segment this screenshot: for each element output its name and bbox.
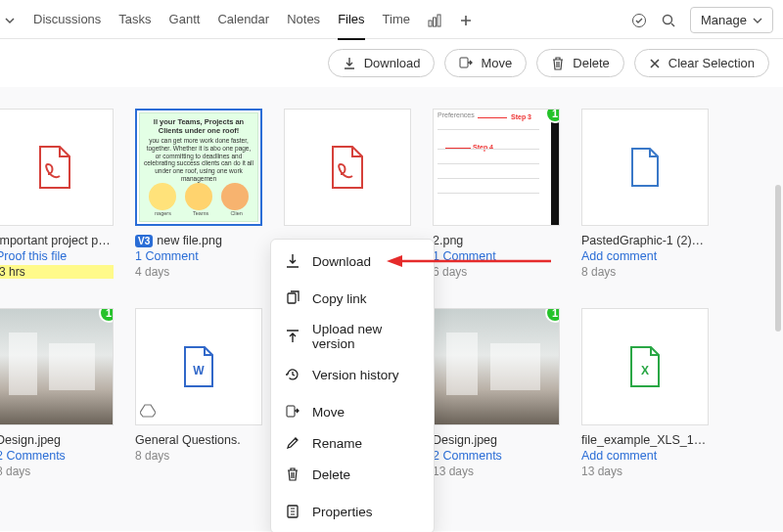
file-thumb[interactable]: W bbox=[135, 308, 262, 425]
ctx-label: Copy link bbox=[312, 291, 367, 306]
scrollbar[interactable] bbox=[775, 185, 781, 332]
svg-rect-1 bbox=[433, 18, 436, 26]
download-icon bbox=[285, 253, 300, 269]
ctx-label: Download bbox=[312, 254, 371, 269]
file-card[interactable]: PastedGraphic-1 (2)… Add comment 8 days bbox=[581, 109, 709, 279]
file-card[interactable]: 1 Design.jpeg 2 Comments 13 days bbox=[433, 308, 560, 478]
close-icon bbox=[649, 58, 661, 69]
trash-icon bbox=[551, 57, 565, 70]
tab-tasks[interactable]: Tasks bbox=[118, 8, 151, 32]
file-card[interactable]: 1 Design.jpeg 2 Comments 8 days bbox=[0, 308, 114, 478]
delete-label: Delete bbox=[573, 56, 610, 70]
svg-rect-9 bbox=[287, 406, 295, 417]
manage-label: Manage bbox=[701, 13, 747, 27]
download-label: Download bbox=[364, 56, 421, 70]
report-icon[interactable] bbox=[428, 14, 441, 27]
svg-text:X: X bbox=[641, 364, 649, 377]
ctx-version-history[interactable]: Version history bbox=[271, 359, 434, 390]
file-thumb[interactable] bbox=[0, 109, 114, 226]
ctx-rename[interactable]: Rename bbox=[271, 427, 434, 459]
action-bar: Download Move Delete Clear Selection bbox=[0, 39, 783, 87]
file-name: new file.png bbox=[157, 234, 222, 247]
gdrive-icon bbox=[140, 404, 156, 421]
file-thumb[interactable]: 1 bbox=[433, 308, 560, 425]
file-card[interactable]: W General Questions. 8 days bbox=[135, 308, 262, 478]
file-thumb[interactable]: 1 bbox=[0, 308, 114, 425]
pdf-icon bbox=[329, 145, 366, 190]
file-card[interactable]: Important project p… Proof this file 3 h… bbox=[0, 109, 114, 279]
pencil-icon bbox=[285, 435, 300, 451]
upload-icon bbox=[285, 329, 300, 344]
comment-link[interactable]: 1 Comment bbox=[433, 249, 560, 263]
ctx-move[interactable]: Move bbox=[271, 396, 434, 427]
file-name: Design.jpeg bbox=[0, 433, 114, 447]
svg-rect-0 bbox=[429, 21, 432, 26]
delete-button[interactable]: Delete bbox=[536, 49, 624, 77]
move-icon bbox=[285, 404, 300, 420]
file-age: 8 days bbox=[135, 449, 262, 463]
properties-icon bbox=[285, 504, 300, 519]
tab-gantt[interactable]: Gantt bbox=[169, 8, 201, 32]
ctx-delete[interactable]: Delete bbox=[271, 459, 434, 490]
clear-selection-button[interactable]: Clear Selection bbox=[634, 49, 769, 77]
file-card[interactable]: X file_example_XLS_1… Add comment 13 day… bbox=[581, 308, 709, 478]
history-icon bbox=[285, 367, 300, 382]
add-comment-link[interactable]: Add comment bbox=[581, 249, 709, 263]
file-thumb[interactable]: X bbox=[581, 308, 709, 425]
file-age: 6 days bbox=[433, 265, 560, 279]
image-preview: Preferences Step 3 Step 4 bbox=[434, 110, 559, 225]
move-icon bbox=[459, 57, 473, 70]
add-tab-icon[interactable] bbox=[459, 14, 473, 27]
svg-point-4 bbox=[664, 15, 672, 23]
comment-link[interactable]: 2 Comments bbox=[0, 449, 114, 463]
search-icon[interactable] bbox=[661, 13, 676, 28]
file-name: General Questions. bbox=[135, 433, 262, 447]
clear-label: Clear Selection bbox=[668, 56, 755, 70]
ctx-download[interactable]: Download bbox=[271, 245, 434, 277]
file-thumb[interactable]: Preferences Step 3 Step 4 1 bbox=[433, 109, 560, 226]
file-age: 4 days bbox=[135, 265, 262, 279]
comment-link[interactable]: 1 Comment bbox=[135, 249, 262, 263]
proof-link[interactable]: Proof this file bbox=[0, 249, 114, 263]
svg-rect-2 bbox=[438, 15, 440, 26]
image-preview bbox=[0, 309, 113, 424]
file-age: 8 days bbox=[0, 465, 114, 478]
tab-discussions[interactable]: Discussions bbox=[33, 8, 101, 32]
comment-link[interactable]: 2 Comments bbox=[433, 449, 560, 463]
file-name: Important project p… bbox=[0, 234, 114, 247]
ctx-upload-version[interactable]: Upload new version bbox=[271, 314, 434, 359]
file-name: file_example_XLS_1… bbox=[581, 433, 709, 447]
context-menu: Download Copy link Upload new version Ve… bbox=[270, 239, 435, 532]
file-age: 13 days bbox=[581, 465, 709, 478]
tab-files[interactable]: Files bbox=[338, 8, 364, 32]
file-thumb[interactable]: ll your Teams, Projects an Clients under… bbox=[135, 109, 262, 226]
svg-text:W: W bbox=[193, 364, 205, 377]
download-icon bbox=[343, 57, 356, 70]
add-comment-link[interactable]: Add comment bbox=[581, 449, 709, 463]
file-age: 3 hrs bbox=[0, 265, 114, 279]
document-icon bbox=[628, 147, 662, 188]
file-thumb[interactable] bbox=[581, 109, 709, 226]
top-nav: Discussions Tasks Gantt Calendar Notes F… bbox=[0, 0, 783, 39]
nav-tabs: Discussions Tasks Gantt Calendar Notes F… bbox=[0, 8, 473, 32]
xls-icon: X bbox=[627, 345, 663, 388]
image-preview: ll your Teams, Projects an Clients under… bbox=[139, 112, 258, 222]
chevron-down-icon[interactable] bbox=[4, 15, 16, 26]
file-age: 13 days bbox=[433, 465, 560, 478]
ctx-copy-link[interactable]: Copy link bbox=[271, 283, 434, 314]
file-thumb[interactable] bbox=[284, 109, 411, 226]
image-preview bbox=[434, 309, 559, 424]
ctx-properties[interactable]: Properties bbox=[271, 496, 434, 527]
tab-notes[interactable]: Notes bbox=[287, 8, 320, 32]
trash-icon bbox=[285, 466, 300, 482]
tab-time[interactable]: Time bbox=[383, 8, 410, 32]
pdf-icon bbox=[36, 145, 73, 190]
file-card[interactable]: ll your Teams, Projects an Clients under… bbox=[135, 109, 262, 279]
move-button[interactable]: Move bbox=[444, 49, 527, 77]
ctx-label: Move bbox=[312, 405, 345, 420]
file-card[interactable]: Preferences Step 3 Step 4 1 2.png 1 Comm… bbox=[433, 109, 560, 279]
manage-button[interactable]: Manage bbox=[690, 7, 773, 33]
check-circle-icon[interactable] bbox=[631, 13, 647, 28]
tab-calendar[interactable]: Calendar bbox=[217, 8, 269, 32]
download-button[interactable]: Download bbox=[328, 49, 436, 77]
